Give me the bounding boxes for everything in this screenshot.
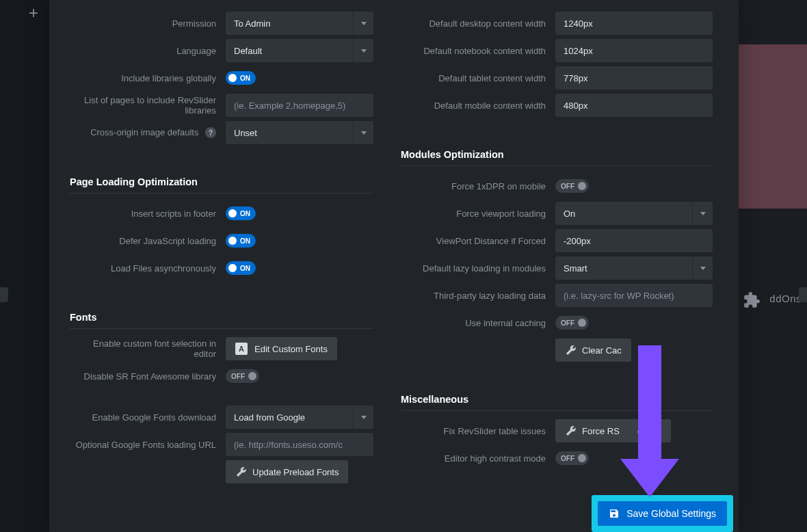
chevron-down-icon (353, 121, 373, 144)
scripts-footer-label: Insert scripts in footer (70, 209, 226, 219)
wrench-icon (564, 426, 577, 436)
chevron-down-icon (353, 405, 373, 429)
force-viewport-select[interactable]: On (555, 202, 713, 225)
viewport-dist-label: ViewPort Distance if Forced (401, 236, 555, 246)
chevron-down-icon (353, 39, 373, 62)
help-icon[interactable]: ? (205, 127, 216, 138)
wrench-icon (235, 467, 247, 477)
clear-cache-button[interactable]: Clear Cac (555, 338, 631, 362)
permission-label: Permission (70, 18, 226, 29)
mobile-width-input[interactable] (555, 94, 713, 117)
pages-list-label: List of pages to include RevSlider libra… (70, 95, 226, 116)
panel-handle-right[interactable] (799, 287, 807, 302)
desktop-width-label: Default desktop content width (401, 18, 555, 29)
lazy-loading-label: Default lazy loading in modules (401, 263, 555, 274)
high-contrast-toggle[interactable]: OFF (555, 451, 589, 465)
notebook-width-label: Default notebook content width (401, 46, 555, 56)
wrench-icon (564, 345, 577, 356)
cors-label: Cross-origin image defaults ? (70, 127, 226, 139)
internal-cache-label: Use internal caching (401, 318, 555, 328)
viewport-dist-input[interactable] (555, 229, 713, 252)
settings-panel: Permission To Admin Language Default Inc… (49, 0, 739, 532)
fix-table-label: Fix RevSlider table issues (401, 426, 555, 436)
gfonts-url-label: Optional Google Fonts loading URL (70, 440, 226, 450)
edit-custom-fonts-button[interactable]: A Edit Custom Fonts (226, 337, 337, 360)
modules-opt-title: Modules Optimization (401, 149, 713, 160)
force-rs-creation-button[interactable]: Force RSXXXeation (555, 419, 671, 442)
gfonts-url-input[interactable] (226, 433, 373, 456)
desktop-width-input[interactable] (555, 12, 713, 35)
tablet-width-label: Default tablet content width (401, 73, 555, 83)
chevron-down-icon (692, 256, 713, 280)
pages-list-input[interactable] (226, 94, 373, 117)
lazy-loading-select[interactable]: Smart (555, 256, 713, 280)
third-party-lazy-label: Third-party lazy loading data (401, 291, 555, 301)
async-files-toggle[interactable]: ON (226, 261, 256, 275)
force-1xdpr-label: Force 1xDPR on mobile (401, 181, 555, 191)
third-party-lazy-input[interactable] (555, 284, 713, 307)
save-icon (609, 508, 620, 519)
language-select[interactable]: Default (226, 39, 373, 62)
force-viewport-label: Force viewport loading (401, 209, 555, 219)
disable-fa-toggle[interactable]: OFF (226, 369, 259, 383)
language-label: Language (70, 46, 226, 56)
defer-js-label: Defer JavaScript loading (70, 236, 226, 246)
disable-fa-label: Disable SR Font Awesome library (70, 371, 226, 382)
font-a-icon: A (235, 343, 248, 355)
include-libs-label: Include libraries globally (70, 73, 226, 83)
scripts-footer-toggle[interactable]: ON (226, 207, 256, 220)
add-icon[interactable]: + (29, 3, 38, 23)
include-libs-toggle[interactable]: ON (226, 71, 256, 85)
defer-js-toggle[interactable]: ON (226, 234, 256, 248)
permission-select[interactable]: To Admin (226, 12, 373, 35)
enable-gfonts-label: Enable Google Fonts download (70, 412, 226, 423)
addons-puzzle-icon (743, 291, 760, 314)
tablet-width-input[interactable] (555, 66, 713, 90)
force-1xdpr-toggle[interactable]: OFF (555, 179, 589, 193)
mobile-width-label: Default mobile content width (401, 101, 555, 111)
fonts-title: Fonts (70, 312, 373, 323)
background-tile (739, 44, 807, 209)
notebook-width-input[interactable] (555, 39, 713, 62)
high-contrast-label: Editor high contrast mode (401, 453, 555, 464)
internal-cache-toggle[interactable]: OFF (555, 316, 589, 330)
save-button-highlight: Save Global Settings (592, 495, 733, 532)
update-preload-fonts-button[interactable]: Update Preload Fonts (226, 460, 348, 483)
panel-handle-left[interactable] (0, 287, 8, 302)
cors-select[interactable]: Unset (226, 121, 373, 144)
chevron-down-icon (353, 12, 373, 35)
chevron-down-icon (692, 202, 713, 225)
misc-title: Miscellaneous (401, 394, 713, 405)
enable-gfonts-select[interactable]: Load from Google (226, 405, 373, 429)
save-global-settings-button[interactable]: Save Global Settings (598, 501, 727, 526)
custom-font-label: Enable custom font selection in editor (70, 338, 226, 359)
page-loading-title: Page Loading Optimization (70, 176, 373, 187)
async-files-label: Load Files asynchronously (70, 263, 226, 274)
